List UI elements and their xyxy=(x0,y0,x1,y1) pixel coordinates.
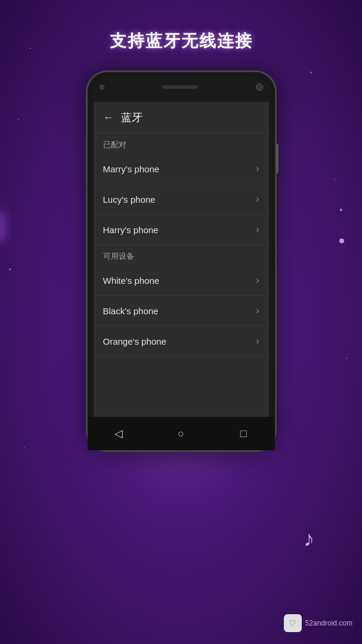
music-note-icon: ♪ xyxy=(304,527,314,552)
device-name-lucy: Lucy's phone xyxy=(103,194,156,205)
chevron-icon-harry: › xyxy=(256,224,259,235)
phone-screen: ← 蓝牙 已配对 Marry's phone › Lucy's phone › … xyxy=(94,102,269,417)
device-name-marry: Marry's phone xyxy=(103,164,160,174)
device-name-black: Black's phone xyxy=(103,306,159,316)
available-section-label: 可用设备 xyxy=(94,245,269,265)
watermark-text: 52android.com xyxy=(305,619,352,627)
bluetooth-title: 蓝牙 xyxy=(121,110,143,125)
available-device-black[interactable]: Black's phone › xyxy=(94,296,269,326)
nav-home-button[interactable]: ○ xyxy=(169,422,193,445)
glow-left xyxy=(0,209,6,244)
device-name-harry: Harry's phone xyxy=(103,225,159,235)
watermark-logo: ♡ xyxy=(284,614,302,632)
watermark-icon: ♡ xyxy=(289,618,296,628)
device-name-orange: Orange's phone xyxy=(103,336,166,346)
nav-recent-button[interactable]: □ xyxy=(231,422,255,445)
phone-speaker xyxy=(162,85,198,89)
page-title: 支持蓝牙无线连接 xyxy=(110,30,253,52)
glow-right xyxy=(339,239,344,243)
bluetooth-header: ← 蓝牙 xyxy=(94,102,269,134)
phone-side-button xyxy=(276,144,279,174)
phone-frame: ← 蓝牙 已配对 Marry's phone › Lucy's phone › … xyxy=(86,70,277,452)
camera-left xyxy=(100,85,104,89)
chevron-icon-orange: › xyxy=(256,336,259,346)
available-device-orange[interactable]: Orange's phone › xyxy=(94,326,269,357)
watermark: ♡ 52android.com xyxy=(284,614,352,632)
phone-top-bar xyxy=(88,72,275,102)
back-arrow-icon[interactable]: ← xyxy=(103,112,114,124)
paired-device-lucy[interactable]: Lucy's phone › xyxy=(94,184,269,215)
nav-back-button[interactable]: ◁ xyxy=(107,422,131,445)
chevron-icon-marry: › xyxy=(256,163,259,174)
phone-nav-bar: ◁ ○ □ xyxy=(88,417,275,450)
chevron-icon-white: › xyxy=(256,275,259,286)
available-device-white[interactable]: White's phone › xyxy=(94,265,269,296)
chevron-icon-black: › xyxy=(256,305,259,316)
paired-device-marry[interactable]: Marry's phone › xyxy=(94,154,269,184)
chevron-icon-lucy: › xyxy=(256,194,259,205)
camera-right xyxy=(256,83,263,91)
paired-device-harry[interactable]: Harry's phone › xyxy=(94,215,269,245)
paired-section-label: 已配对 xyxy=(94,134,269,154)
device-name-white: White's phone xyxy=(103,275,160,286)
